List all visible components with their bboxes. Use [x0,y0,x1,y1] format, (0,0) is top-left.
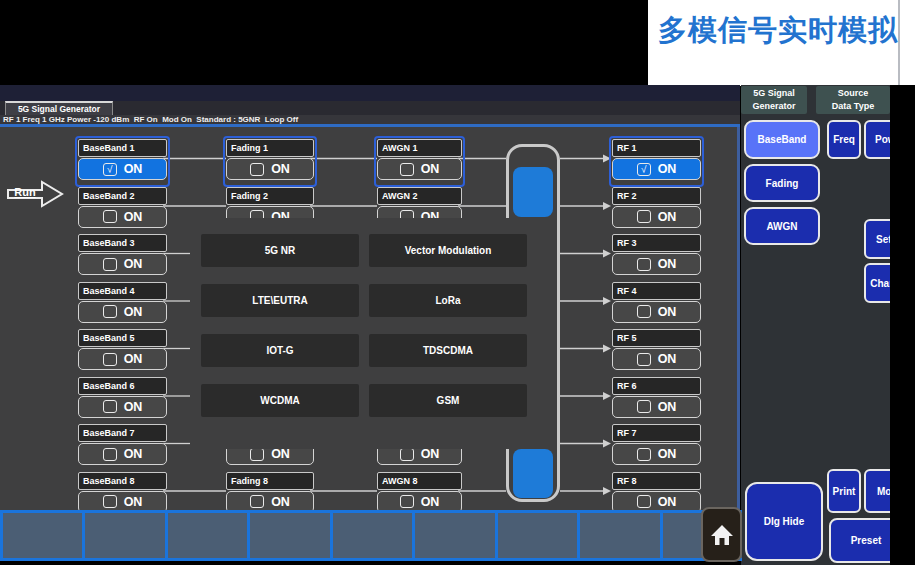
checkbox-icon [103,495,117,508]
rf-block-7[interactable]: RF 7ON [609,421,704,472]
rf-block-label: RF 5 [612,329,701,347]
status-bar: RF 1 Freq 1 GHz Power -120 dBm RF On Mod… [0,115,740,124]
menu-item-5g-nr[interactable]: 5G NR [201,234,359,267]
baseband-block-4[interactable]: BaseBand 4ON [75,279,170,330]
softkey-cell-6[interactable] [415,513,494,558]
softkey-cell-3[interactable] [168,513,247,558]
checkbox-icon [637,258,651,271]
rf-block-5[interactable]: RF 5ON [609,326,704,377]
on-label: ON [658,495,677,509]
checkbox-icon [400,448,414,461]
menu-item-lte-eutra[interactable]: LTE\EUTRA [201,284,359,317]
softkey-cell-5[interactable] [333,513,412,558]
panel-header-line: 5G Signal [741,87,807,100]
combiner-thumb-top[interactable] [513,167,553,217]
banner-title: 多模信号实时模拟 [648,11,908,51]
menu-item-iot-g[interactable]: IOT-G [201,334,359,367]
panel-header-source-data-type: Source Data Type [816,86,890,114]
checkbox-icon [103,258,117,271]
checkbox-icon [637,353,651,366]
run-button[interactable]: Run [6,180,70,208]
rf-on-toggle-1[interactable]: √ON [612,158,701,180]
softkey-cell-7[interactable] [498,513,577,558]
awgn-block-label: AWGN 1 [377,139,462,157]
on-label: ON [658,352,677,366]
baseband-block-label: BaseBand 7 [78,424,167,442]
dlg-hide-button[interactable]: Dlg Hide [745,482,823,561]
rf-block-6[interactable]: RF 6ON [609,374,704,425]
checkbox-icon [637,210,651,223]
combiner-thumb-bottom[interactable] [513,449,553,498]
menu-item-wcdma[interactable]: WCDMA [201,384,359,417]
awgn-on-toggle-1[interactable]: ON [377,158,462,180]
menu-item-lora[interactable]: LoRa [369,284,527,317]
nav-baseband-button[interactable]: BaseBand [744,120,820,159]
softkey-cell-4[interactable] [250,513,329,558]
print-button[interactable]: Print [827,469,861,513]
on-label: ON [124,305,143,319]
baseband-block-7[interactable]: BaseBand 7ON [75,421,170,472]
rf-block-1[interactable]: RF 1√ON [609,136,704,187]
baseband-block-1[interactable]: BaseBand 1√ON [75,136,170,187]
on-label: ON [658,162,677,176]
nav-awgn-button[interactable]: AWGN [744,207,820,245]
on-label: ON [124,447,143,461]
rf-on-toggle-2[interactable]: ON [612,206,701,228]
softkey-cell-1[interactable] [3,513,82,558]
baseband-block-label: BaseBand 1 [78,139,167,157]
tab-5g-signal-generator[interactable]: 5G Signal Generator [5,101,113,115]
titlebar-strip [0,85,740,101]
rf-on-toggle-5[interactable]: ON [612,348,701,370]
home-button[interactable] [701,507,742,562]
menu-item-tdscdma[interactable]: TDSCDMA [369,334,527,367]
baseband-block-2[interactable]: BaseBand 2ON [75,184,170,235]
rf-on-toggle-6[interactable]: ON [612,396,701,418]
baseband-on-toggle-4[interactable]: ON [78,301,167,323]
canvas-right-border [737,127,740,510]
rf-block-4[interactable]: RF 4ON [609,279,704,330]
fading-block-1[interactable]: Fading 1ON [223,136,317,187]
baseband-on-toggle-1[interactable]: √ON [78,158,167,180]
checkbox-icon: √ [103,163,117,176]
rf-on-toggle-7[interactable]: ON [612,443,701,465]
checkbox-icon [103,305,117,318]
awgn-block-1[interactable]: AWGN 1ON [374,136,465,187]
rf-on-toggle-4[interactable]: ON [612,301,701,323]
rf-block-label: RF 1 [612,139,701,157]
menu-item-gsm[interactable]: GSM [369,384,527,417]
checkbox-icon [103,210,117,223]
run-label: Run [10,186,40,198]
rf-block-2[interactable]: RF 2ON [609,184,704,235]
menu-item-vector-modulation[interactable]: Vector Modulation [369,234,527,267]
softkey-cell-2[interactable] [85,513,164,558]
baseband-on-toggle-7[interactable]: ON [78,443,167,465]
rf-block-label: RF 6 [612,377,701,395]
baseband-block-3[interactable]: BaseBand 3ON [75,231,170,282]
baseband-on-toggle-6[interactable]: ON [78,396,167,418]
rf-on-toggle-3[interactable]: ON [612,253,701,275]
softkey-bar [0,510,742,561]
on-label: ON [658,447,677,461]
checkbox-icon: √ [637,163,651,176]
baseband-block-6[interactable]: BaseBand 6ON [75,374,170,425]
checkbox-icon [400,163,414,176]
rf-block-3[interactable]: RF 3ON [609,231,704,282]
fading-on-toggle-1[interactable]: ON [226,158,314,180]
on-label: ON [658,257,677,271]
rf-block-label: RF 7 [612,424,701,442]
softkey-cell-8[interactable] [580,513,659,558]
on-label: ON [421,495,440,509]
home-icon [710,523,734,547]
checkbox-icon [637,400,651,413]
baseband-block-label: BaseBand 5 [78,329,167,347]
baseband-on-toggle-5[interactable]: ON [78,348,167,370]
on-label: ON [124,495,143,509]
rf-block-label: RF 3 [612,234,701,252]
freq-button[interactable]: Freq [827,120,861,159]
baseband-on-toggle-3[interactable]: ON [78,253,167,275]
checkbox-icon [103,400,117,413]
baseband-block-label: BaseBand 8 [78,472,167,490]
baseband-on-toggle-2[interactable]: ON [78,206,167,228]
baseband-block-5[interactable]: BaseBand 5ON [75,326,170,377]
nav-fading-button[interactable]: Fading [744,164,820,202]
